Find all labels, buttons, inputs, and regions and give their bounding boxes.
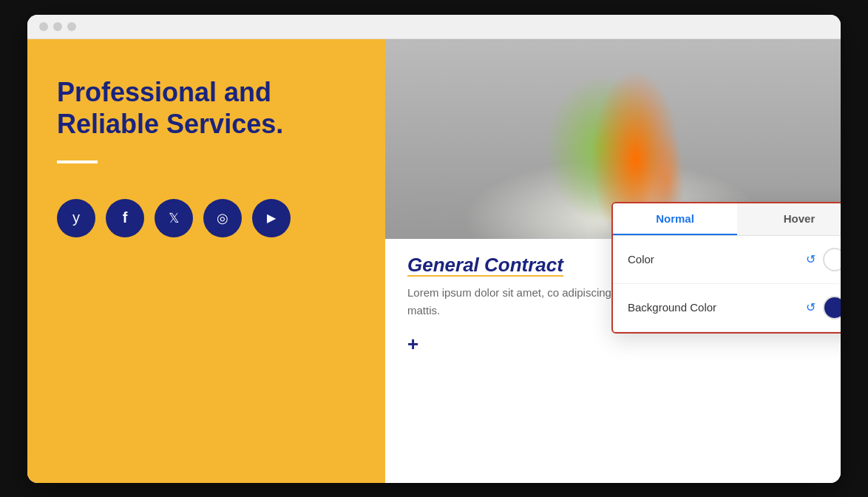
facebook-icon[interactable]: f: [106, 199, 144, 237]
social-icons-row: y f 𝕏 ◎ ▶: [57, 199, 356, 237]
color-row: Color ↺: [613, 236, 841, 284]
browser-dot-green: [67, 22, 76, 31]
tab-normal[interactable]: Normal: [613, 203, 737, 235]
browser-content: Professional and Reliable Services. y f …: [27, 39, 841, 483]
tab-hover[interactable]: Hover: [737, 203, 841, 235]
color-reset-icon[interactable]: ↺: [806, 252, 816, 266]
browser-bar: [27, 15, 841, 39]
right-panel: General Contract Lorem ipsum dolor sit a…: [385, 39, 841, 483]
background-color-reset-icon[interactable]: ↺: [806, 300, 816, 314]
divider-line: [57, 160, 98, 163]
color-swatch-navy[interactable]: [823, 296, 841, 320]
browser-dot-red: [39, 22, 48, 31]
yelp-icon[interactable]: y: [57, 199, 95, 237]
instagram-icon[interactable]: ◎: [203, 199, 242, 237]
browser-dot-yellow: [53, 22, 62, 31]
background-color-row: Background Color ↺: [613, 284, 841, 332]
plus-button[interactable]: +: [407, 333, 818, 356]
popup-tabs: Normal Hover: [613, 203, 841, 236]
hero-heading: Professional and Reliable Services.: [57, 76, 356, 140]
background-color-label: Background Color: [628, 301, 806, 314]
twitter-icon[interactable]: 𝕏: [155, 199, 193, 237]
color-label: Color: [628, 253, 806, 266]
left-panel: Professional and Reliable Services. y f …: [27, 39, 385, 483]
browser-window: Professional and Reliable Services. y f …: [27, 15, 841, 483]
color-swatch-white[interactable]: [823, 248, 841, 271]
popup-panel: Normal Hover Color ↺ Background Color ↺: [611, 202, 841, 334]
youtube-icon[interactable]: ▶: [252, 199, 291, 237]
